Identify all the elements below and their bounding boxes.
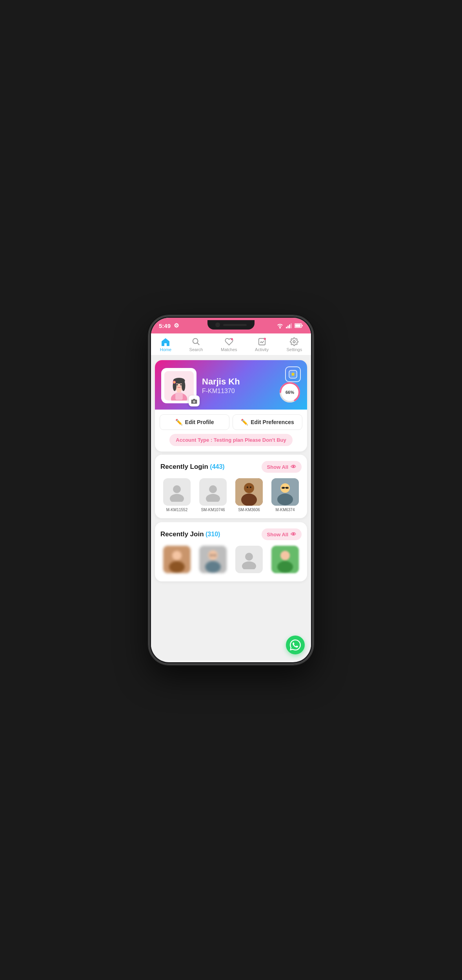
member-avatar: [199, 546, 227, 573]
list-item[interactable]: [269, 546, 302, 575]
recently-join-count: (310): [206, 531, 220, 537]
svg-point-19: [182, 381, 185, 391]
pencil2-icon: ✏️: [241, 419, 248, 426]
progress-percent: 66%: [286, 390, 294, 395]
battery-icon: [295, 323, 303, 328]
svg-point-20: [176, 384, 178, 385]
status-left: 5:49 ⚙: [159, 322, 179, 329]
svg-point-58: [277, 561, 293, 573]
wifi-icon: [276, 323, 284, 328]
member-avatar: [235, 478, 263, 506]
list-item[interactable]: M-KM6374: [269, 478, 302, 512]
member-avatar: [271, 546, 299, 573]
whatsapp-icon: [290, 639, 301, 650]
edit-profile-button[interactable]: ✏️ Edit Profile: [160, 414, 229, 430]
svg-point-30: [170, 494, 184, 502]
svg-rect-43: [282, 487, 285, 489]
svg-point-21: [180, 384, 182, 385]
edit-preferences-button[interactable]: ✏️ Edit Preferences: [233, 414, 302, 430]
camera-button[interactable]: [189, 395, 200, 406]
svg-point-32: [206, 494, 220, 502]
list-item[interactable]: M-KM11552: [160, 478, 193, 512]
recently-join-grid: [160, 546, 302, 575]
member-id: SM-KM10746: [201, 508, 225, 512]
svg-rect-1: [287, 326, 289, 328]
eye-icon: 👁: [291, 464, 296, 470]
nav-search-label: Search: [189, 347, 203, 352]
list-item[interactable]: SM-KM10746: [196, 478, 229, 512]
svg-point-40: [277, 494, 293, 505]
svg-rect-3: [291, 323, 292, 328]
activity-icon: [257, 337, 267, 346]
bottom-nav-bar: Home Search Matches: [151, 333, 311, 355]
svg-rect-14: [175, 392, 183, 400]
premium-icon[interactable]: [285, 366, 301, 382]
recently-login-count: (443): [210, 463, 224, 470]
nav-home[interactable]: Home: [160, 337, 171, 352]
profile-card: Narjis Kh F-KM11370: [155, 360, 307, 452]
svg-point-51: [205, 561, 221, 573]
nav-activity-label: Activity: [255, 347, 269, 352]
nav-matches-label: Matches: [221, 347, 237, 352]
svg-point-36: [247, 486, 248, 488]
list-item[interactable]: [233, 546, 266, 575]
member-id: M-KM11552: [166, 508, 187, 512]
pencil-icon: ✏️: [175, 419, 183, 426]
recently-login-title: Recently Login (443): [160, 463, 225, 471]
nav-search[interactable]: Search: [189, 337, 203, 352]
status-time: 5:49: [159, 322, 171, 329]
svg-point-34: [244, 483, 254, 493]
nav-activity[interactable]: Activity: [255, 337, 269, 352]
recently-join-section: Recently Join (310) Show All 👁: [155, 522, 307, 581]
edit-buttons-row: ✏️ Edit Profile ✏️ Edit Preferences: [155, 410, 307, 434]
recently-join-header: Recently Join (310) Show All 👁: [160, 528, 302, 540]
svg-point-50: [208, 550, 218, 560]
svg-rect-2: [289, 324, 290, 328]
settings-icon: [289, 337, 299, 346]
svg-rect-5: [295, 324, 301, 327]
svg-point-54: [245, 553, 253, 561]
svg-point-23: [173, 381, 175, 383]
list-item[interactable]: [196, 546, 229, 575]
recently-login-header: Recently Login (443) Show All 👁: [160, 461, 302, 473]
nav-settings[interactable]: Settings: [286, 337, 302, 352]
svg-point-48: [169, 561, 185, 573]
svg-point-25: [193, 401, 195, 402]
account-plan-text: Testing plan Please Don't Buy: [214, 437, 286, 443]
svg-rect-44: [286, 487, 289, 489]
eye2-icon: 👁: [291, 531, 296, 537]
svg-point-29: [173, 485, 181, 493]
svg-point-37: [250, 486, 251, 488]
svg-point-11: [293, 341, 296, 343]
svg-point-6: [193, 339, 198, 344]
speaker: [223, 324, 247, 326]
member-avatar: [235, 546, 263, 573]
svg-line-7: [197, 343, 199, 345]
nav-matches[interactable]: Matches: [221, 337, 237, 352]
member-avatar: [199, 478, 227, 506]
settings-icon: ⚙: [174, 322, 179, 329]
status-right: [276, 323, 303, 328]
account-type-badge: Account Type : Testing plan Please Don't…: [169, 434, 292, 446]
signal-icon: [286, 323, 292, 328]
recently-login-show-all[interactable]: Show All 👁: [262, 461, 302, 473]
recently-login-section: Recently Login (443) Show All 👁: [155, 455, 307, 518]
list-item[interactable]: SM-KM3606: [233, 478, 266, 512]
home-icon: [161, 337, 170, 346]
recently-join-title-wrap: Recently Join (310): [160, 530, 220, 538]
whatsapp-button[interactable]: [286, 636, 305, 654]
camera-lens: [215, 322, 220, 327]
member-id: M-KM6374: [276, 508, 295, 512]
camera-icon: [191, 398, 197, 404]
recently-login-show-all-label: Show All: [267, 464, 288, 470]
nav-settings-label: Settings: [286, 347, 302, 352]
svg-point-35: [241, 494, 257, 506]
svg-point-57: [280, 551, 290, 560]
svg-point-8: [231, 338, 233, 341]
svg-rect-53: [213, 554, 216, 556]
list-item[interactable]: [160, 546, 193, 575]
recently-join-show-all[interactable]: Show All 👁: [262, 528, 302, 540]
svg-rect-52: [210, 554, 213, 556]
svg-point-55: [242, 561, 256, 569]
svg-rect-0: [286, 327, 287, 328]
